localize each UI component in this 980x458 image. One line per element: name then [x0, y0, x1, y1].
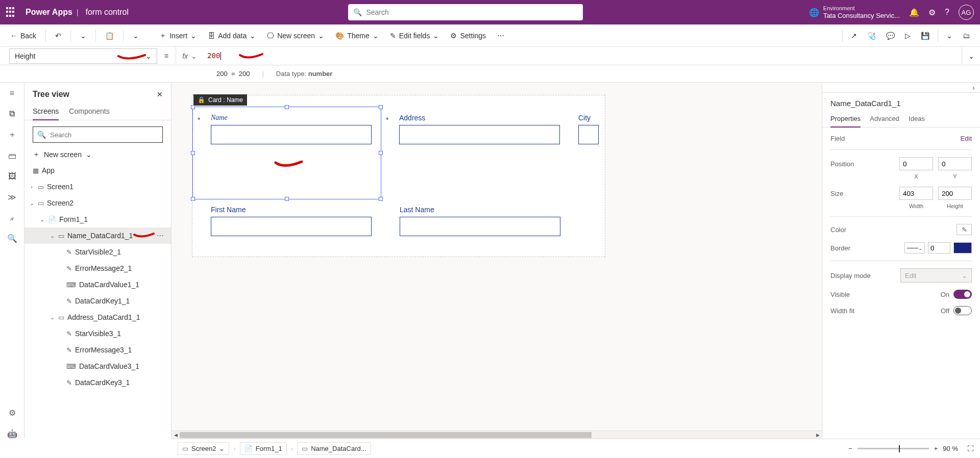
- chevron-right-icon[interactable]: ›: [29, 184, 35, 190]
- close-icon[interactable]: ✕: [157, 90, 163, 98]
- notification-icon[interactable]: 🔔: [909, 8, 919, 17]
- rail-insert-icon[interactable]: ＋: [8, 130, 16, 140]
- tree-search[interactable]: 🔍: [33, 126, 163, 143]
- tree-item-key3[interactable]: ✎DataCardKey3_1: [24, 374, 171, 391]
- insert-button[interactable]: ＋Insert⌄: [155, 29, 201, 42]
- checker-button[interactable]: 🩺: [863, 30, 880, 42]
- border-width-input[interactable]: [928, 242, 950, 253]
- breadcrumb-screen[interactable]: ▭Screen2⌄: [178, 442, 229, 455]
- zoom-in-icon[interactable]: +: [934, 445, 938, 452]
- card-tag[interactable]: 🔒Card : Name: [193, 94, 247, 106]
- rail-virtual-agent-icon[interactable]: 🤖: [7, 429, 17, 439]
- property-selector[interactable]: Height ⌄: [9, 48, 157, 64]
- environment-picker[interactable]: 🌐 Environment Tata Consultancy Servic...: [809, 5, 900, 19]
- zoom-slider[interactable]: [857, 448, 929, 449]
- datacard-firstname[interactable]: First Name: [192, 199, 381, 241]
- tree-item-form1[interactable]: ⌄📄Form1_1: [24, 211, 171, 227]
- chevron-down-icon[interactable]: ⌄: [39, 216, 45, 223]
- share-button[interactable]: ↗: [847, 30, 861, 42]
- form-control[interactable]: 🔒Card : Name * Name: [192, 95, 605, 257]
- city-input[interactable]: [578, 125, 599, 144]
- comments-button[interactable]: 💬: [882, 30, 899, 42]
- search-input[interactable]: [366, 8, 578, 16]
- undo-button[interactable]: ↶: [51, 30, 65, 42]
- more-button[interactable]: ⋯: [493, 30, 508, 42]
- new-screen-button[interactable]: ＋New screen⌄: [24, 147, 171, 162]
- display-mode-dropdown[interactable]: Edit⌄: [900, 268, 972, 283]
- play-button[interactable]: ▷: [901, 30, 915, 42]
- save-button[interactable]: 💾: [917, 30, 934, 42]
- tree-item-screen1[interactable]: ›▭Screen1: [24, 179, 171, 195]
- field-edit-link[interactable]: Edit: [961, 135, 972, 142]
- border-color-swatch[interactable]: [953, 242, 972, 253]
- scroll-left-icon[interactable]: ◀: [172, 432, 180, 438]
- color-swatch[interactable]: ✎: [957, 224, 972, 235]
- tab-screens[interactable]: Screens: [33, 103, 59, 120]
- border-style-dropdown[interactable]: ⌄: [904, 242, 925, 253]
- new-screen-button[interactable]: 🖵New screen⌄: [263, 30, 328, 42]
- tree-item-star3[interactable]: ✎StarVisible3_1: [24, 325, 171, 342]
- scroll-right-icon[interactable]: ▶: [814, 432, 822, 438]
- paste-button[interactable]: 📋: [101, 30, 118, 42]
- settings-gear-icon[interactable]: ⚙: [928, 8, 936, 17]
- chevron-down-icon[interactable]: ⌄: [49, 314, 55, 321]
- tree-item-err2[interactable]: ✎ErrorMessage2_1: [24, 260, 171, 276]
- tree-item-key1[interactable]: ✎DataCardKey1_1: [24, 293, 171, 309]
- address-input[interactable]: [399, 125, 560, 144]
- settings-button[interactable]: ⚙Settings: [446, 30, 490, 42]
- pos-y-input[interactable]: [938, 157, 972, 170]
- chevron-down-icon[interactable]: ⌄: [49, 233, 55, 239]
- theme-button[interactable]: 🎨Theme⌄: [331, 30, 383, 42]
- canvas-h-scroll[interactable]: ◀ ▶: [172, 430, 822, 439]
- visible-toggle[interactable]: [953, 290, 972, 299]
- publish-button[interactable]: 🗂: [959, 30, 974, 42]
- help-icon[interactable]: ?: [945, 8, 949, 17]
- user-avatar[interactable]: AG: [959, 5, 974, 20]
- rail-data-icon[interactable]: 🗃: [8, 151, 16, 161]
- rail-search-icon[interactable]: 🔍: [7, 234, 17, 243]
- tree-item-val1[interactable]: ⌨DataCardValue1_1: [24, 276, 171, 293]
- datacard-lastname[interactable]: Last Name: [381, 199, 570, 241]
- lastname-input[interactable]: [400, 217, 560, 236]
- width-input[interactable]: [899, 187, 933, 200]
- waffle-icon[interactable]: [6, 7, 16, 17]
- datacard-city[interactable]: City: [569, 108, 605, 199]
- tab-properties[interactable]: Properties: [830, 111, 861, 128]
- zoom-out-icon[interactable]: −: [848, 445, 852, 452]
- paste-menu[interactable]: ⌄: [129, 30, 143, 42]
- formula-input[interactable]: 200: [203, 47, 962, 65]
- firstname-input[interactable]: [211, 217, 372, 236]
- tree-search-input[interactable]: [50, 131, 158, 139]
- rail-settings-icon[interactable]: ⚙: [9, 408, 16, 418]
- save-menu[interactable]: ⌄: [942, 30, 957, 42]
- ellipsis-icon[interactable]: ⋯: [154, 232, 167, 240]
- undo-menu[interactable]: ⌄: [76, 30, 90, 42]
- tree-item-addr-card[interactable]: ⌄▭Address_DataCard1_1: [24, 309, 171, 325]
- name-input[interactable]: [211, 125, 372, 144]
- edit-fields-button[interactable]: ✎Edit fields⌄: [386, 30, 444, 42]
- rail-tree-icon[interactable]: ⧉: [9, 109, 15, 118]
- fx-indicator[interactable]: fx⌄: [176, 47, 203, 65]
- tree-item-err3[interactable]: ✎ErrorMessage3_1: [24, 342, 171, 358]
- rail-hamburger-icon[interactable]: ≡: [10, 89, 14, 98]
- global-search[interactable]: 🔍: [348, 4, 583, 20]
- breadcrumb-form[interactable]: 📄Form1_1: [240, 442, 287, 455]
- rail-media-icon[interactable]: 🖼: [8, 172, 16, 181]
- tab-components[interactable]: Components: [69, 103, 109, 120]
- breadcrumb-card[interactable]: ▭Name_DataCard...: [297, 442, 371, 455]
- tree-item-val3[interactable]: ⌨DataCardValue3_1: [24, 358, 171, 374]
- pos-x-input[interactable]: [899, 157, 933, 170]
- tree-item-screen2[interactable]: ⌄▭Screen2: [24, 195, 171, 211]
- datacard-name[interactable]: * Name: [192, 108, 381, 199]
- formula-expand[interactable]: ⌄: [962, 47, 980, 65]
- width-fit-toggle[interactable]: [953, 306, 972, 315]
- tree-item-star2[interactable]: ✎StarVisible2_1: [24, 244, 171, 260]
- tree-item-app[interactable]: ▦App: [24, 162, 171, 179]
- rail-variables-icon[interactable]: 𝓍: [10, 213, 14, 222]
- fit-to-screen-icon[interactable]: ⛶: [967, 445, 974, 452]
- datacard-address[interactable]: * Address: [381, 108, 569, 199]
- back-button[interactable]: ←Back: [6, 30, 40, 42]
- chevron-right-icon[interactable]: ›: [972, 84, 975, 92]
- add-data-button[interactable]: 🗄Add data⌄: [204, 30, 260, 42]
- tab-ideas[interactable]: Ideas: [909, 111, 925, 127]
